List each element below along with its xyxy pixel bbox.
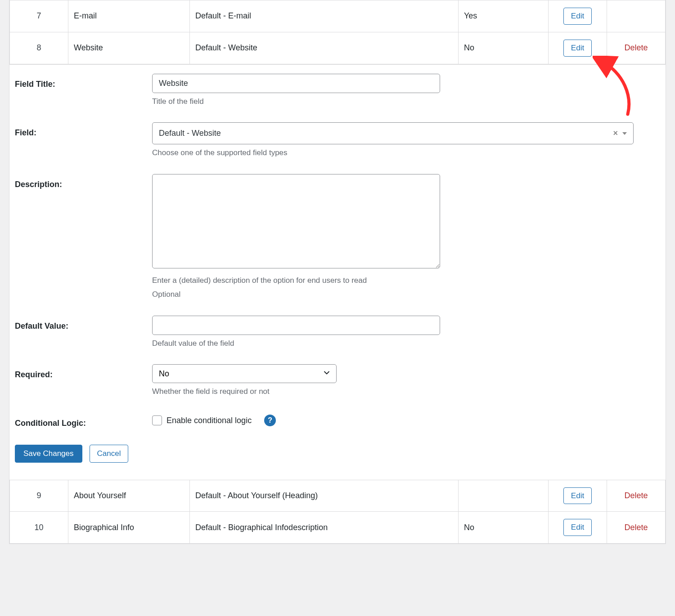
clear-icon[interactable]: × bbox=[613, 127, 618, 139]
field-title-help: Title of the field bbox=[152, 96, 660, 107]
field-list-top: 7 E-mail Default - E-mail Yes Edit 8 Web… bbox=[9, 0, 666, 64]
row-field: Default - Website bbox=[190, 32, 459, 64]
field-type-value: Default - Website bbox=[159, 127, 221, 139]
default-value-label: Default Value: bbox=[15, 316, 152, 332]
row-required: No bbox=[459, 32, 549, 64]
required-help: Whether the field is required or not bbox=[152, 386, 660, 397]
row-number: 7 bbox=[10, 0, 68, 32]
table-row: 9 About Yourself Default - About Yoursel… bbox=[10, 480, 666, 512]
description-label: Description: bbox=[15, 174, 152, 191]
conditional-checkbox-label: Enable conditional logic bbox=[166, 415, 252, 427]
conditional-checkbox[interactable] bbox=[152, 415, 162, 425]
row-title: Biographical Info bbox=[68, 512, 190, 544]
description-help-2: Optional bbox=[152, 289, 660, 300]
field-type-help: Choose one of the supported field types bbox=[152, 147, 660, 159]
row-required: No bbox=[459, 512, 549, 544]
row-delete-cell bbox=[607, 0, 666, 32]
field-edit-form: Field Title: Title of the field Field: D… bbox=[9, 64, 666, 480]
default-value-help: Default value of the field bbox=[152, 338, 660, 349]
description-help-1: Enter a (detailed) description of the op… bbox=[152, 275, 660, 286]
delete-link[interactable]: Delete bbox=[624, 43, 648, 52]
field-type-select[interactable]: Default - Website × bbox=[152, 122, 634, 144]
cancel-button[interactable]: Cancel bbox=[90, 445, 129, 463]
edit-button[interactable]: Edit bbox=[563, 519, 592, 536]
help-icon[interactable]: ? bbox=[264, 415, 276, 426]
save-changes-button[interactable]: Save Changes bbox=[15, 445, 82, 463]
row-title: Website bbox=[68, 32, 190, 64]
row-number: 9 bbox=[10, 480, 68, 512]
edit-button[interactable]: Edit bbox=[563, 40, 592, 57]
default-value-input[interactable] bbox=[152, 316, 440, 335]
field-title-label: Field Title: bbox=[15, 74, 152, 90]
row-number: 8 bbox=[10, 32, 68, 64]
table-row: 8 Website Default - Website No Edit Dele… bbox=[10, 32, 666, 64]
row-required bbox=[459, 480, 549, 512]
conditional-logic-label: Conditional Logic: bbox=[15, 413, 152, 429]
field-title-input[interactable] bbox=[152, 74, 440, 93]
edit-button[interactable]: Edit bbox=[563, 487, 592, 504]
edit-button[interactable]: Edit bbox=[563, 8, 592, 25]
row-required: Yes bbox=[459, 0, 549, 32]
required-select[interactable]: No bbox=[152, 364, 337, 383]
delete-link[interactable]: Delete bbox=[624, 491, 648, 500]
row-title: About Yourself bbox=[68, 480, 190, 512]
chevron-down-icon bbox=[622, 132, 627, 135]
table-row: 10 Biographical Info Default - Biographi… bbox=[10, 512, 666, 544]
field-list-bottom: 9 About Yourself Default - About Yoursel… bbox=[9, 480, 666, 544]
row-field: Default - About Yourself (Heading) bbox=[190, 480, 459, 512]
description-textarea[interactable] bbox=[152, 174, 440, 268]
delete-link[interactable]: Delete bbox=[624, 523, 648, 532]
row-number: 10 bbox=[10, 512, 68, 544]
row-field: Default - E-mail bbox=[190, 0, 459, 32]
required-label: Required: bbox=[15, 364, 152, 381]
table-row: 7 E-mail Default - E-mail Yes Edit bbox=[10, 0, 666, 32]
row-field: Default - Biographical Infodescription bbox=[190, 512, 459, 544]
field-type-label: Field: bbox=[15, 122, 152, 139]
row-title: E-mail bbox=[68, 0, 190, 32]
